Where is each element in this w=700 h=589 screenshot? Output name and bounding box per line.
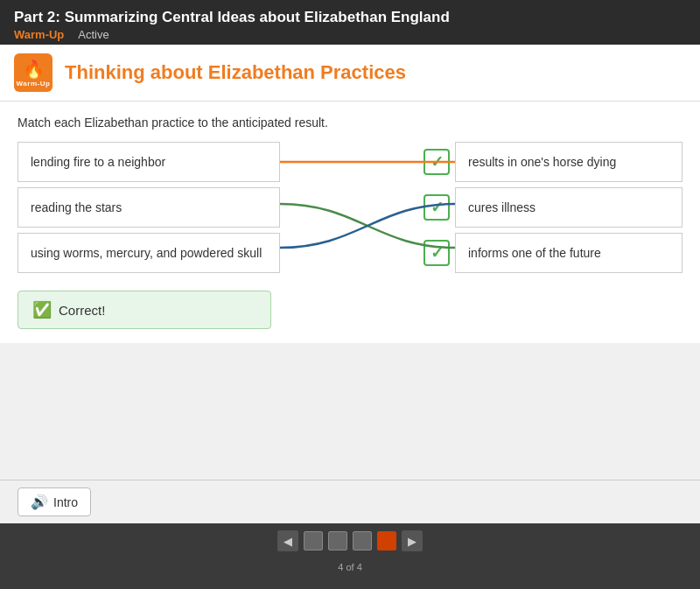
page-dot-4[interactable] bbox=[377, 531, 396, 550]
content-area: 🔥 Warm-Up Thinking about Elizabethan Pra… bbox=[0, 45, 700, 480]
page-dot-1[interactable] bbox=[304, 531, 323, 550]
matching-area: lending fire to a neighbor reading the s… bbox=[18, 142, 682, 273]
bottom-nav: 🔊 Intro bbox=[0, 480, 700, 523]
left-column: lending fire to a neighbor reading the s… bbox=[18, 142, 280, 273]
correct-text: Correct! bbox=[59, 303, 105, 318]
connector-region: ✓ ✓ ✓ bbox=[280, 142, 455, 273]
card-title: Thinking about Elizabethan Practices bbox=[65, 61, 406, 84]
instructions-text: Match each Elizabethan practice to the a… bbox=[18, 116, 682, 130]
page-title: Part 2: Summarizing Central Ideas about … bbox=[14, 9, 686, 26]
page-count-bar: 4 of 4 bbox=[0, 558, 700, 576]
top-bar: Part 2: Summarizing Central Ideas about … bbox=[0, 0, 700, 45]
intro-button-label: Intro bbox=[53, 495, 78, 509]
connector-lines bbox=[280, 142, 455, 273]
pagination-bar: ◀ ▶ bbox=[0, 523, 700, 558]
right-item-2[interactable]: cures illness bbox=[455, 187, 682, 228]
intro-button[interactable]: 🔊 Intro bbox=[18, 487, 91, 516]
right-item-1[interactable]: results in one's horse dying bbox=[455, 142, 682, 182]
card-body: Match each Elizabethan practice to the a… bbox=[0, 102, 700, 343]
warmup-label: Warm-Up bbox=[14, 28, 64, 41]
left-item-2[interactable]: reading the stars bbox=[18, 187, 280, 228]
next-arrow[interactable]: ▶ bbox=[402, 530, 423, 551]
speaker-icon: 🔊 bbox=[31, 494, 48, 510]
warmup-icon: 🔥 Warm-Up bbox=[14, 53, 52, 92]
right-item-3[interactable]: informs one of the future bbox=[455, 233, 682, 273]
left-item-3[interactable]: using worms, mercury, and powdered skull bbox=[18, 233, 280, 273]
flame-icon: 🔥 bbox=[23, 59, 45, 80]
correct-icon: ✅ bbox=[32, 300, 52, 319]
prev-arrow[interactable]: ◀ bbox=[277, 530, 298, 551]
page-dot-3[interactable] bbox=[353, 531, 372, 550]
card-header: 🔥 Warm-Up Thinking about Elizabethan Pra… bbox=[0, 45, 700, 102]
top-bar-subtitle: Warm-Up Active bbox=[14, 28, 686, 41]
right-column: results in one's horse dying cures illne… bbox=[455, 142, 682, 273]
left-item-1[interactable]: lending fire to a neighbor bbox=[18, 142, 280, 182]
page-dot-2[interactable] bbox=[328, 531, 347, 550]
status-label: Active bbox=[78, 28, 108, 41]
page-count-text: 4 of 4 bbox=[338, 562, 362, 572]
warmup-icon-label: Warm-Up bbox=[17, 80, 51, 88]
correct-banner: ✅ Correct! bbox=[18, 291, 271, 329]
